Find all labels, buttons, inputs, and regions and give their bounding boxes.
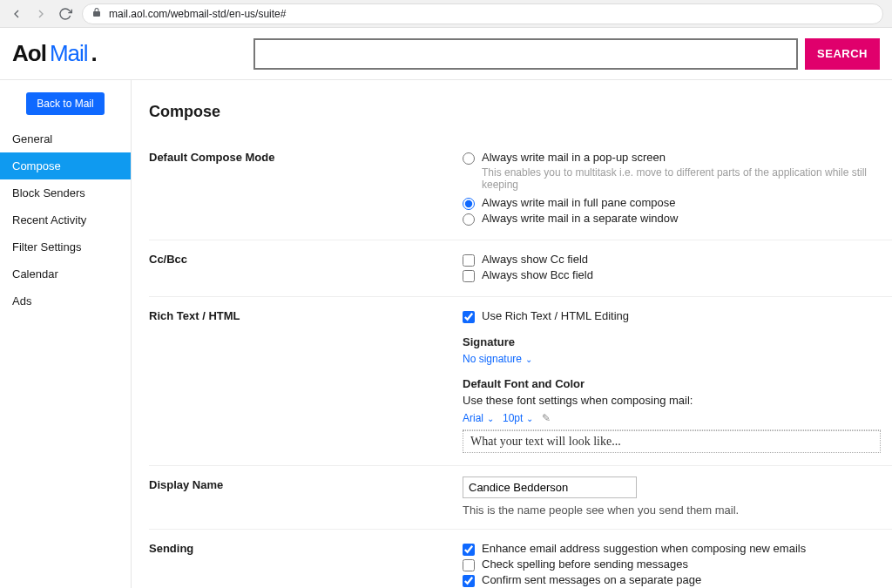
checkbox-enhance[interactable]: Enhance email address suggestion when co… <box>463 542 892 556</box>
signature-heading: Signature <box>463 335 892 348</box>
checkbox-confirm[interactable]: Confirm sent messages on a separate page <box>463 573 892 587</box>
checkbox-use-rich[interactable]: Use Rich Text / HTML Editing <box>463 309 892 323</box>
display-name-input[interactable] <box>463 476 637 498</box>
forward-icon[interactable] <box>33 6 49 22</box>
section-label: Default Compose Mode <box>149 149 463 227</box>
checkbox-spell-label: Check spelling before sending messages <box>482 558 688 571</box>
font-heading: Default Font and Color <box>463 377 892 390</box>
settings-nav: General Compose Block Senders Recent Act… <box>0 125 131 314</box>
search-button[interactable]: SEARCH <box>805 38 880 70</box>
lock-icon <box>91 7 102 20</box>
checkbox-show-cc[interactable]: Always show Cc field <box>463 253 892 267</box>
radio-popup[interactable]: Always write mail in a pop-up screen <box>463 151 892 165</box>
checkbox-use-rich-label: Use Rich Text / HTML Editing <box>482 309 629 322</box>
chevron-down-icon: ⌄ <box>525 355 532 364</box>
chevron-down-icon: ⌄ <box>487 414 494 423</box>
logo-mail: Mail <box>50 40 88 67</box>
display-name-desc: This is the name people see when you sen… <box>463 504 892 517</box>
checkbox-spell-input[interactable] <box>463 559 475 571</box>
radio-popup-label: Always write mail in a pop-up screen <box>482 151 666 164</box>
radio-window[interactable]: Always write mail in a separate window <box>463 212 892 226</box>
address-bar[interactable]: mail.aol.com/webmail-std/en-us/suite# <box>82 3 883 24</box>
checkbox-confirm-label: Confirm sent messages on a separate page <box>482 573 701 586</box>
sidebar-item-calendar[interactable]: Calendar <box>0 260 131 287</box>
checkbox-confirm-input[interactable] <box>463 575 475 587</box>
signature-dropdown[interactable]: No signature ⌄ <box>463 353 532 365</box>
checkbox-use-rich-input[interactable] <box>463 311 475 323</box>
section-label: Sending <box>149 540 463 588</box>
sidebar-item-compose[interactable]: Compose <box>0 152 131 179</box>
font-size-value: 10pt <box>503 412 523 424</box>
section-cc-bcc: Cc/Bcc Always show Cc field Always show … <box>149 240 892 296</box>
search-input[interactable] <box>253 38 798 70</box>
checkbox-show-bcc-input[interactable] <box>463 270 475 282</box>
checkbox-spell[interactable]: Check spelling before sending messages <box>463 558 892 571</box>
popup-hint: This enables you to multitask i.e. move … <box>482 166 892 191</box>
checkbox-show-bcc[interactable]: Always show Bcc field <box>463 268 892 282</box>
sidebar-item-block-senders[interactable]: Block Senders <box>0 179 131 206</box>
chevron-down-icon: ⌄ <box>526 414 533 423</box>
checkbox-show-cc-input[interactable] <box>463 254 475 267</box>
aol-mail-logo: Aol Mail. <box>12 40 97 67</box>
font-desc: Use these font settings when composing m… <box>463 394 892 407</box>
radio-popup-input[interactable] <box>463 152 475 165</box>
checkbox-show-bcc-label: Always show Bcc field <box>482 268 593 281</box>
checkbox-enhance-input[interactable] <box>463 544 475 556</box>
radio-full-label: Always write mail in full pane compose <box>482 196 676 209</box>
back-to-mail-button[interactable]: Back to Mail <box>26 92 104 115</box>
reload-icon[interactable] <box>57 6 73 22</box>
sidebar-item-ads[interactable]: Ads <box>0 287 131 314</box>
settings-content: Compose Default Compose Mode Always writ… <box>132 80 892 588</box>
font-size-dropdown[interactable]: 10pt ⌄ <box>503 412 533 424</box>
section-rich-text: Rich Text / HTML Use Rich Text / HTML Ed… <box>149 296 892 465</box>
sidebar-item-recent-activity[interactable]: Recent Activity <box>0 206 131 233</box>
browser-chrome: mail.aol.com/webmail-std/en-us/suite# <box>0 0 892 28</box>
app-header: Aol Mail. SEARCH <box>0 28 892 80</box>
pencil-icon[interactable]: ✎ <box>542 412 551 424</box>
section-compose-mode: Default Compose Mode Always write mail i… <box>149 139 892 240</box>
section-label: Display Name <box>149 476 463 517</box>
radio-full[interactable]: Always write mail in full pane compose <box>463 196 892 210</box>
section-sending: Sending Enhance email address suggestion… <box>149 529 892 588</box>
sidebar-item-general[interactable]: General <box>0 125 131 152</box>
settings-sidebar: Back to Mail General Compose Block Sende… <box>0 80 132 588</box>
radio-window-input[interactable] <box>463 213 475 226</box>
checkbox-show-cc-label: Always show Cc field <box>482 253 588 266</box>
font-family-dropdown[interactable]: Arial ⌄ <box>463 412 494 424</box>
url-text: mail.aol.com/webmail-std/en-us/suite# <box>109 8 286 20</box>
font-preview: What your text will look like... <box>463 430 881 453</box>
radio-full-input[interactable] <box>463 198 475 210</box>
signature-value: No signature <box>463 353 522 365</box>
section-label: Rich Text / HTML <box>149 308 463 453</box>
search-bar: SEARCH <box>253 38 880 70</box>
section-display-name: Display Name This is the name people see… <box>149 465 892 529</box>
checkbox-enhance-label: Enhance email address suggestion when co… <box>482 542 806 555</box>
radio-window-label: Always write mail in a separate window <box>482 212 678 225</box>
back-icon[interactable] <box>9 6 24 22</box>
font-family-value: Arial <box>463 412 483 424</box>
section-label: Cc/Bcc <box>149 251 463 284</box>
sidebar-item-filter-settings[interactable]: Filter Settings <box>0 233 131 260</box>
logo-aol: Aol <box>12 40 46 67</box>
page-title: Compose <box>149 103 892 121</box>
logo-dot: . <box>91 40 97 67</box>
